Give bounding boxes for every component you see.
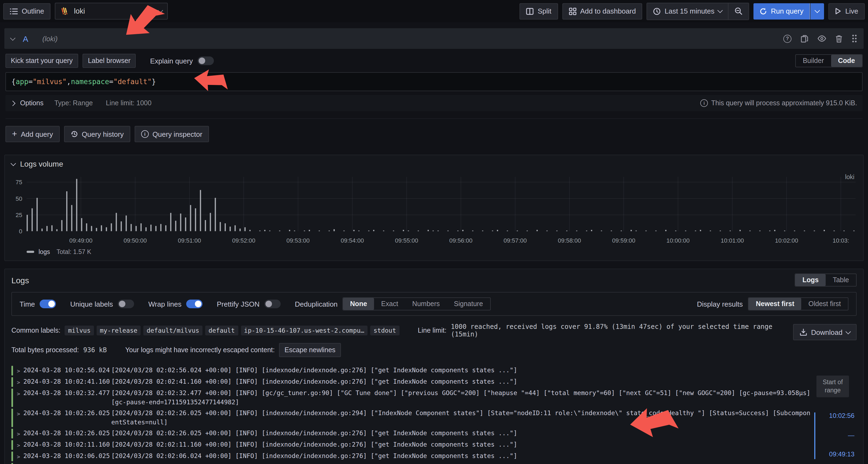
- outline-button[interactable]: Outline: [3, 3, 51, 19]
- wrap-lines-toggle[interactable]: [186, 300, 203, 308]
- query-estimate: i This query will process approximately …: [700, 99, 857, 107]
- log-level-marker: [11, 440, 13, 450]
- zoom-out-button[interactable]: [728, 3, 749, 19]
- svg-text:09:49:00: 09:49:00: [69, 237, 93, 244]
- query-inspector-button[interactable]: i Query inspector: [135, 126, 209, 142]
- time-range-picker[interactable]: Last 15 minutes: [647, 3, 728, 19]
- unique-labels-label: Unique labels: [70, 300, 113, 308]
- mode-builder[interactable]: Builder: [796, 55, 831, 67]
- log-timestamp: 2024-03-28 10:02:56.024: [23, 366, 111, 375]
- view-logs[interactable]: Logs: [796, 274, 826, 286]
- collapse-query-icon[interactable]: [10, 35, 16, 40]
- common-label-chip: milvus: [65, 326, 94, 335]
- expand-log-icon[interactable]: >: [17, 366, 23, 375]
- run-query-dropdown[interactable]: [810, 3, 824, 19]
- label-browser-label: Label browser: [88, 57, 130, 65]
- explore-toolbar: Outline loki Split Add to dashboard: [0, 0, 868, 22]
- trash-icon[interactable]: [835, 34, 842, 42]
- time-toggle[interactable]: [40, 300, 56, 308]
- log-row[interactable]: >2024-03-28 10:02:41.160[2024/03/28 02:0…: [11, 376, 811, 388]
- log-level-marker: [11, 377, 13, 387]
- log-row[interactable]: >2024-03-28 10:02:11.160[2024/03/28 02:0…: [11, 439, 811, 451]
- drag-handle-icon[interactable]: [852, 34, 857, 43]
- log-row[interactable]: >2024-03-28 10:02:56.024[2024/03/28 02:0…: [11, 365, 811, 376]
- kick-start-button[interactable]: Kick start your query: [5, 54, 78, 68]
- dashboard-grid-icon: [569, 7, 576, 15]
- logs-panel: Logs LogsTable TimeUnique labelsWrap lin…: [4, 269, 864, 464]
- log-message: [2024/03/28 02:01:56.024 +00:00] [INFO] …: [111, 463, 811, 464]
- run-query-button[interactable]: Run query: [753, 3, 810, 19]
- time-label: Time: [20, 300, 35, 308]
- log-row[interactable]: >2024-03-28 10:02:06.025[2024/03/28 02:0…: [11, 451, 811, 462]
- display-newest-first[interactable]: Newest first: [749, 298, 802, 310]
- bar-chart[interactable]: 025507509:49:0009:50:0009:51:0009:52:000…: [11, 175, 857, 246]
- log-timestamp: 2024-03-28 10:02:26.025: [23, 408, 111, 427]
- add-to-dashboard-label: Add to dashboard: [580, 7, 636, 15]
- add-query-button[interactable]: + Add query: [5, 126, 59, 142]
- escape-newlines-button[interactable]: Escape newlines: [279, 343, 341, 357]
- play-icon: [835, 8, 841, 14]
- explain-query-toggle[interactable]: [197, 56, 214, 65]
- chevron-down-icon: [158, 8, 163, 13]
- log-level-marker: [11, 429, 13, 438]
- start-of-range-badge: Start of range: [816, 375, 849, 397]
- options-expand-icon[interactable]: [10, 100, 16, 106]
- query-input[interactable]: {app="milvus",namespace="default"}: [5, 72, 863, 91]
- expand-log-icon[interactable]: >: [17, 377, 23, 387]
- help-icon[interactable]: ?: [783, 34, 792, 42]
- log-row[interactable]: >2024-03-28 10:02:26.025[2024/03/28 02:0…: [11, 408, 811, 428]
- download-label: Download: [811, 328, 842, 336]
- logs-volume-panel: Logs volume loki 025507509:49:0009:50:00…: [4, 155, 864, 261]
- dedup-exact[interactable]: Exact: [374, 298, 405, 310]
- log-row[interactable]: >2024-03-28 10:02:32.477[2024/03/28 02:0…: [11, 388, 811, 408]
- mode-code[interactable]: Code: [831, 55, 862, 67]
- query-ref-id: A: [23, 34, 28, 43]
- range-to-time[interactable]: 09:49:13: [821, 450, 855, 459]
- datasource-picker[interactable]: loki: [55, 3, 168, 20]
- dedup-numbers[interactable]: Numbers: [405, 298, 447, 310]
- legend-series-name[interactable]: logs: [38, 249, 50, 255]
- log-timestamp: 2024-03-28 10:02:06.025: [23, 451, 111, 461]
- query-history-button[interactable]: Query history: [64, 126, 130, 142]
- display-oldest-first[interactable]: Oldest first: [802, 298, 848, 310]
- svg-text:10:00:00: 10:00:00: [666, 237, 690, 244]
- live-label: Live: [845, 7, 858, 15]
- dedup-none[interactable]: None: [343, 298, 374, 310]
- range-from-time[interactable]: 10:02:56: [821, 411, 855, 421]
- prettify-json-toggle[interactable]: [265, 300, 281, 308]
- history-icon: [70, 130, 78, 138]
- view-table[interactable]: Table: [826, 274, 856, 286]
- log-row[interactable]: >2024-03-28 10:01:56.024[2024/03/28 02:0…: [11, 462, 811, 464]
- svg-text:09:53:00: 09:53:00: [286, 237, 310, 244]
- expand-log-icon[interactable]: >: [17, 408, 23, 427]
- dedup-signature[interactable]: Signature: [447, 298, 490, 310]
- expand-log-icon[interactable]: >: [17, 388, 23, 407]
- query-actions: + Add query Query history i Query inspec…: [5, 118, 863, 148]
- unique-labels-toggle[interactable]: [118, 300, 134, 308]
- query-token: =: [109, 78, 114, 86]
- add-to-dashboard-button[interactable]: Add to dashboard: [562, 3, 642, 19]
- log-row[interactable]: >2024-03-28 10:02:26.025[2024/03/28 02:0…: [11, 428, 811, 439]
- svg-text:09:57:00: 09:57:00: [503, 237, 527, 244]
- logs-view-toggle: LogsTable: [795, 274, 857, 286]
- live-button[interactable]: Live: [828, 3, 865, 19]
- expand-log-icon[interactable]: >: [17, 463, 23, 464]
- expand-log-icon[interactable]: >: [17, 429, 23, 438]
- common-labels-label: Common labels:: [11, 327, 61, 334]
- expand-log-icon[interactable]: >: [17, 440, 23, 450]
- expand-log-icon[interactable]: >: [17, 451, 23, 461]
- download-button[interactable]: Download: [793, 324, 857, 340]
- log-level-marker: [11, 408, 13, 427]
- copy-icon[interactable]: [801, 34, 808, 42]
- collapse-volume-icon[interactable]: [10, 160, 16, 166]
- query-token: }: [152, 78, 156, 86]
- eye-icon[interactable]: [817, 35, 826, 42]
- svg-text:09:56:00: 09:56:00: [449, 237, 472, 244]
- log-toggles: TimeUnique labelsWrap linesPrettify JSON: [20, 300, 281, 308]
- options-label[interactable]: Options: [20, 99, 43, 107]
- query-inspector-label: Query inspector: [153, 130, 203, 138]
- query-token: =: [29, 78, 33, 86]
- label-browser-button[interactable]: Label browser: [83, 54, 136, 68]
- query-type-label: Type: Range: [54, 99, 93, 107]
- split-button[interactable]: Split: [520, 3, 558, 19]
